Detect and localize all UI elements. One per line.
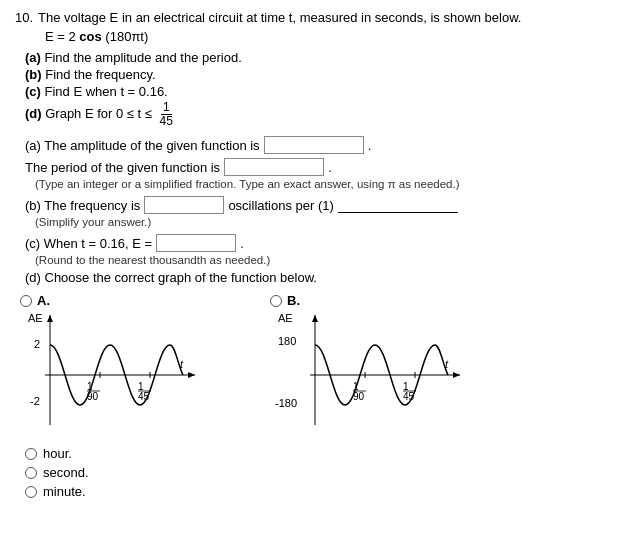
graph-option-a[interactable]: A. AE 2 -2 1 90 1 45 xyxy=(20,293,200,440)
part-d-intro: (d) Graph E for 0 ≤ t ≤ 1 45 xyxy=(25,106,177,121)
svg-text:-180: -180 xyxy=(275,397,297,409)
period-input[interactable] xyxy=(224,158,324,176)
e-value-input[interactable] xyxy=(156,234,236,252)
svg-marker-3 xyxy=(47,315,53,322)
unit-minute-radio[interactable] xyxy=(25,486,37,498)
choose-graph-label: (d) Choose the correct graph of the func… xyxy=(25,270,317,285)
period-label: The period of the given function is xyxy=(25,160,220,175)
graphs-container: A. AE 2 -2 1 90 1 45 xyxy=(20,293,622,440)
graph-option-b[interactable]: B. AE 180 -180 1 90 1 45 xyxy=(270,293,470,440)
graph-b-label: B. xyxy=(287,293,300,308)
svg-text:-2: -2 xyxy=(30,395,40,407)
part-a-hint: (Type an integer or a simplified fractio… xyxy=(35,178,622,190)
graph-a-radio[interactable] xyxy=(20,295,32,307)
graph-b-svg: AE 180 -180 1 90 1 45 t xyxy=(270,310,470,440)
svg-text:2: 2 xyxy=(34,338,40,350)
svg-marker-4 xyxy=(188,372,195,378)
amplitude-input[interactable] xyxy=(264,136,364,154)
unit-minute-label: minute. xyxy=(43,484,86,499)
frequency-label: (b) The frequency is xyxy=(25,198,140,213)
equation-display: E = 2 cos (180πt) xyxy=(45,29,622,44)
graph-b-radio[interactable] xyxy=(270,295,282,307)
graph-a-svg: AE 2 -2 1 90 1 45 t xyxy=(20,310,200,440)
unit-options: hour. second. minute. xyxy=(25,446,622,499)
svg-text:AE: AE xyxy=(28,312,43,324)
part-c-intro: (c) Find E when t = 0.16. xyxy=(25,84,168,99)
problem-description: The voltage E in an electrical circuit a… xyxy=(38,10,521,25)
period-dot: . xyxy=(328,160,332,175)
frequency-input[interactable] xyxy=(144,196,224,214)
unit-option-minute-row[interactable]: minute. xyxy=(25,484,622,499)
e-value-dot: . xyxy=(240,236,244,251)
unit-option-hour-row[interactable]: hour. xyxy=(25,446,622,461)
unit-second-label: second. xyxy=(43,465,89,480)
unit-hour-label: hour. xyxy=(43,446,72,461)
part-c-hint: (Round to the nearest thousandth as need… xyxy=(35,254,622,266)
svg-text:180: 180 xyxy=(278,335,296,347)
unit-option-second-row[interactable]: second. xyxy=(25,465,622,480)
e-value-label: (c) When t = 0.16, E = xyxy=(25,236,152,251)
problem-number: 10. xyxy=(15,10,33,25)
amplitude-label: (a) The amplitude of the given function … xyxy=(25,138,260,153)
oscillations-label: oscillations per (1) xyxy=(228,198,334,213)
svg-text:AE: AE xyxy=(278,312,293,324)
part-b-hint: (Simplify your answer.) xyxy=(35,216,622,228)
part-b-intro: (b) Find the frequency. xyxy=(25,67,156,82)
graph-a-label: A. xyxy=(37,293,50,308)
amplitude-period: . xyxy=(368,138,372,153)
fraction-display: 1 45 xyxy=(158,101,175,128)
unit-second-radio[interactable] xyxy=(25,467,37,479)
oscillations-blank xyxy=(338,197,458,213)
svg-marker-19 xyxy=(312,315,318,322)
svg-marker-20 xyxy=(453,372,460,378)
unit-hour-radio[interactable] xyxy=(25,448,37,460)
part-a-intro: (a) Find the amplitude and the period. xyxy=(25,50,242,65)
